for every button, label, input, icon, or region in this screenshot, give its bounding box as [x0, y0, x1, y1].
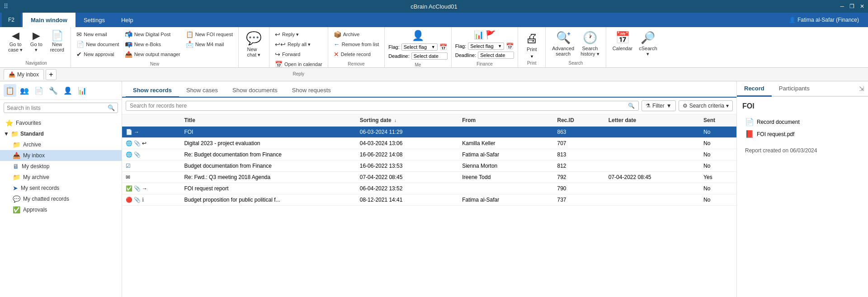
tab-show-requests[interactable]: Show requests [285, 84, 338, 98]
sidebar-item-my-sent-records[interactable]: ➤ My sent records [0, 183, 122, 193]
new-approval-label: New approval [84, 52, 114, 57]
new-record-button[interactable]: 📄 Newrecord [47, 29, 67, 54]
tab-show-documents[interactable]: Show documents [225, 84, 285, 98]
table-row[interactable]: 📄 → FOI 06-03-2024 11:29 863 No [122, 127, 736, 138]
sidebar-item-my-archive[interactable]: 📁 My archive [0, 172, 122, 183]
new-approval-button[interactable]: ✔ New approval [75, 50, 121, 59]
advanced-search-button[interactable]: 🔍+ Advancedsearch [549, 29, 577, 58]
ribbon-group-print: 🖨 Print ▾ Print [518, 27, 546, 67]
finance-flag-row: Flag: Select flag ▼ 📅 [455, 42, 514, 50]
row2-title: Digital 2023 - project evaluation [180, 138, 356, 149]
my-inbox-tab[interactable]: 📥 My inbox [4, 69, 44, 80]
close-btn[interactable]: ✕ [860, 3, 864, 9]
row3-title: Re: Budget documentation from Finance [180, 149, 356, 160]
col-rec-id[interactable]: Rec.ID [554, 114, 605, 127]
col-title[interactable]: Title [180, 114, 356, 127]
tab-main-window[interactable]: Main window [23, 13, 75, 27]
restore-btn[interactable]: ❐ [849, 3, 854, 9]
tab-show-records[interactable]: Show records [126, 84, 179, 98]
row1-doc-icon: 📄 [126, 129, 132, 135]
sidebar-users-icon[interactable]: 👤 [61, 84, 74, 97]
go-to-case-button[interactable]: ◀ Go tocase ▾ [5, 29, 25, 55]
new-output-manager-button[interactable]: 📤 New output manager [123, 50, 182, 59]
right-tab-participants[interactable]: Participants [772, 81, 817, 97]
finance-flag-calendar-icon[interactable]: 📅 [506, 42, 514, 50]
me-flag-select[interactable]: Select flag ▼ [401, 43, 438, 51]
col-letter-date[interactable]: Letter date [605, 114, 700, 127]
sidebar-records-icon[interactable]: 📋 [4, 84, 16, 97]
table-row[interactable]: 🌐 📎 ↩ Digital 2023 - project evaluation … [122, 138, 736, 149]
me-group-content: 👤 Flag: Select flag ▼ 📅 Deadline: Select… [388, 29, 447, 61]
new-document-button[interactable]: 📄 New document [75, 40, 121, 49]
archive-button[interactable]: 📦 Archive [332, 30, 381, 39]
calendar-small-icon: 📅 [275, 61, 283, 68]
new-chat-button[interactable]: 💬 Newchat ▾ [242, 29, 265, 60]
col-from[interactable]: From [458, 114, 553, 127]
table-row[interactable]: ✅ 📎 → FOI request report 06-04-2022 13:5… [122, 183, 736, 194]
delete-record-button[interactable]: ✕ Delete record [332, 50, 381, 59]
sidebar-item-approvals[interactable]: ✅ Approvals [0, 204, 122, 215]
ribbon-group-remove: 📦 Archive ← Remove from list ✕ Delete re… [328, 27, 385, 67]
me-flag-prefix: Flag: [388, 44, 399, 50]
record-document-item[interactable]: 📄 Record document [742, 116, 863, 128]
record-search-input[interactable] [130, 103, 628, 109]
sidebar-settings-icon[interactable]: 🔧 [47, 84, 60, 97]
finance-deadline-select[interactable]: Select date [478, 52, 514, 59]
f2-button[interactable]: F2 [2, 13, 21, 27]
right-tab-record[interactable]: Record [737, 81, 772, 97]
me-person-icon: 👤 [412, 30, 424, 42]
me-flag-calendar-icon[interactable]: 📅 [439, 43, 447, 51]
new-e-boks-button[interactable]: 📭 New e-Boks [123, 40, 182, 49]
forward-button[interactable]: ↪ Forward [273, 50, 324, 59]
table-row[interactable]: 🌐 📎 Re: Budget documentation from Financ… [122, 149, 736, 160]
sidebar-group-standard[interactable]: ▼ 📁 Standard [0, 128, 122, 139]
archive-folder-icon: 📁 [13, 141, 20, 148]
add-tab-button[interactable]: + [46, 69, 57, 80]
table-row[interactable]: 🔴 📎 ℹ Budget proposition for public poli… [122, 194, 736, 206]
reply-group-content: ↩ Reply ▾ ↩↩ Reply all ▾ ↪ Forward 📅 Ope… [273, 29, 324, 70]
row6-sent: No [700, 183, 736, 194]
go-to-button[interactable]: ▶ Go to▾ [26, 29, 46, 55]
finance-flag-select[interactable]: Select flag ▼ [468, 42, 504, 50]
remove-from-list-button[interactable]: ← Remove from list [332, 40, 381, 49]
table-row[interactable]: ✉ Re: Fwd.: Q3 meeting 2018 Agenda 07-04… [122, 172, 736, 183]
csearch-button[interactable]: 🔎 cSearch▾ [636, 29, 660, 59]
minimize-btn[interactable]: ─ [840, 3, 844, 9]
new-foi-button[interactable]: 📋 New FOI request [184, 30, 235, 39]
col-sent[interactable]: Sent [700, 114, 736, 127]
new-email-button[interactable]: ✉ New email [75, 30, 121, 39]
reply-button[interactable]: ↩ Reply ▾ [273, 30, 324, 39]
ribbon: ◀ Go tocase ▾ ▶ Go to▾ 📄 Newrecord Navig… [0, 27, 868, 68]
sidebar-item-my-desktop[interactable]: 🖥 My desktop [0, 161, 122, 172]
col-sorting-date[interactable]: Sorting date ↓ [356, 114, 459, 127]
new-m4-button[interactable]: 📩 New M4 mail [184, 40, 235, 49]
sidebar-item-my-chatted-records[interactable]: 💬 My chatted records [0, 193, 122, 204]
print-button[interactable]: 🖨 Print [522, 29, 542, 54]
search-criteria-button[interactable]: ⚙ Search criteria ▾ [679, 100, 733, 111]
me-deadline-select[interactable]: Select date [411, 52, 448, 60]
finance-flag-prefix: Flag: [455, 43, 466, 49]
foi-pdf-item[interactable]: 📕 FOI request.pdf [742, 128, 863, 140]
row1-icons: 📄 → [122, 127, 180, 138]
sidebar-search-input[interactable] [7, 105, 108, 111]
new-digital-post-button[interactable]: 📬 New Digital Post [123, 30, 182, 39]
tab-settings[interactable]: Settings [75, 13, 113, 27]
search-history-button[interactable]: 🕐 Searchhistory ▾ [578, 29, 602, 59]
calendar-button[interactable]: 📅 Calendar [610, 29, 636, 53]
reply-all-button[interactable]: ↩↩ Reply all ▾ [273, 40, 324, 49]
table-row[interactable]: ☑ Budget documentation from Finance 16-0… [122, 160, 736, 172]
sidebar-item-favourites[interactable]: ⭐ Favourites [0, 118, 122, 128]
sidebar-documents-icon[interactable]: 📄 [33, 84, 45, 97]
tab-help[interactable]: Help [113, 13, 142, 27]
sidebar-reports-icon[interactable]: 📊 [76, 84, 89, 97]
right-panel-expand-icon[interactable]: ⇲ [859, 85, 864, 92]
row1-from [458, 127, 553, 138]
filter-button[interactable]: ⚗ Filter ▼ [642, 100, 676, 111]
print-dropdown-arrow[interactable]: ▾ [531, 54, 533, 59]
advanced-search-icon: 🔍+ [556, 31, 571, 45]
sidebar-item-my-inbox[interactable]: 📥 My inbox [0, 150, 122, 161]
sidebar-item-archive[interactable]: 📁 Archive [0, 139, 122, 150]
sidebar-cases-icon[interactable]: 👥 [18, 84, 31, 97]
open-calendar-button[interactable]: 📅 Open in calendar [273, 60, 324, 69]
tab-show-cases[interactable]: Show cases [179, 84, 225, 98]
